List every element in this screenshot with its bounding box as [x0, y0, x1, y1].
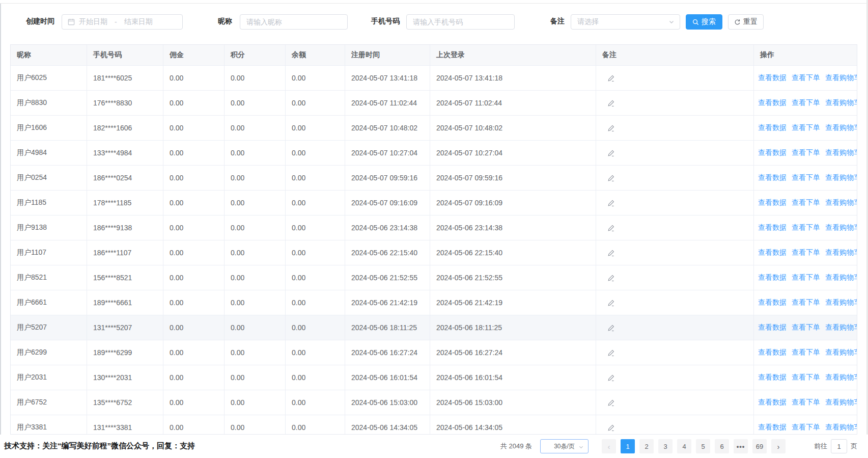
date-range-picker[interactable]: 开始日期 - 结束日期: [62, 14, 183, 30]
edit-remark-icon[interactable]: [607, 99, 615, 107]
view-cart-link[interactable]: 查看购物车: [825, 148, 857, 157]
next-page-button[interactable]: ›: [771, 439, 786, 453]
view-cart-link[interactable]: 查看购物车: [825, 98, 857, 107]
goto-page-input[interactable]: [831, 439, 847, 453]
view-orders-link[interactable]: 查看下单: [792, 98, 820, 107]
bottom-bar: 技术支持：关注“编写美好前程”微信公众号，回复：支持 共 2049 条 30条/…: [0, 435, 868, 458]
page-button-2[interactable]: 2: [639, 439, 654, 453]
cell-phone: 178****1185: [87, 191, 163, 215]
chevron-down-icon: [578, 444, 584, 450]
prev-page-button[interactable]: ‹: [602, 439, 616, 453]
page-button-69[interactable]: 69: [752, 439, 767, 453]
remark-select[interactable]: 请选择: [571, 14, 680, 30]
cell-last-login: 2024-05-07 13:41:18: [430, 66, 596, 90]
view-data-link[interactable]: 查看数据: [758, 148, 787, 157]
view-orders-link[interactable]: 查看下单: [792, 173, 820, 182]
page-button-5[interactable]: 5: [696, 439, 710, 453]
view-data-link[interactable]: 查看数据: [758, 98, 787, 107]
view-orders-link[interactable]: 查看下单: [792, 198, 820, 207]
edit-remark-icon[interactable]: [607, 299, 615, 307]
cell-last-login: 2024-05-06 15:03:00: [430, 390, 596, 415]
page-button-6[interactable]: 6: [715, 439, 729, 453]
view-cart-link[interactable]: 查看购物车: [825, 198, 857, 207]
view-cart-link[interactable]: 查看购物车: [825, 123, 857, 132]
edit-remark-icon[interactable]: [607, 374, 615, 382]
page-button-4[interactable]: 4: [677, 439, 691, 453]
cell-last-login: 2024-05-07 10:48:02: [430, 116, 596, 140]
view-orders-link[interactable]: 查看下单: [792, 423, 820, 432]
view-data-link[interactable]: 查看数据: [758, 73, 787, 83]
view-data-link[interactable]: 查看数据: [758, 173, 787, 182]
view-cart-link[interactable]: 查看购物车: [825, 423, 857, 432]
view-cart-link[interactable]: 查看购物车: [825, 398, 857, 407]
edit-remark-icon[interactable]: [607, 124, 615, 132]
reset-button[interactable]: 重置: [728, 14, 764, 30]
view-orders-link[interactable]: 查看下单: [792, 323, 820, 332]
edit-remark-icon[interactable]: [607, 424, 615, 432]
view-orders-link[interactable]: 查看下单: [792, 398, 820, 407]
view-orders-link[interactable]: 查看下单: [792, 148, 820, 157]
page-button-3[interactable]: 3: [658, 439, 673, 453]
edit-remark-icon[interactable]: [607, 74, 615, 82]
view-orders-link[interactable]: 查看下单: [792, 223, 820, 232]
view-data-link[interactable]: 查看数据: [758, 273, 787, 282]
goto-label: 前往: [814, 442, 827, 451]
view-data-link[interactable]: 查看数据: [758, 423, 787, 432]
view-data-link[interactable]: 查看数据: [758, 298, 787, 307]
view-data-link[interactable]: 查看数据: [758, 348, 787, 357]
view-data-link[interactable]: 查看数据: [758, 223, 787, 232]
view-cart-link[interactable]: 查看购物车: [825, 298, 857, 307]
view-orders-link[interactable]: 查看下单: [792, 73, 820, 83]
view-cart-link[interactable]: 查看购物车: [825, 173, 857, 182]
view-data-link[interactable]: 查看数据: [758, 323, 787, 332]
edit-remark-icon[interactable]: [607, 199, 615, 207]
view-cart-link[interactable]: 查看购物车: [825, 273, 857, 282]
table-row: 用户2031 130****2031 0.00 0.00 0.00 2024-0…: [11, 365, 857, 390]
cell-phone: 176****8830: [87, 91, 163, 115]
view-data-link[interactable]: 查看数据: [758, 398, 787, 407]
view-cart-link[interactable]: 查看购物车: [825, 373, 857, 382]
view-cart-link[interactable]: 查看购物车: [825, 348, 857, 357]
cell-phone: 186****0254: [87, 166, 163, 190]
user-management-page: 创建时间 开始日期 - 结束日期 昵称 手机号码 备注 请选择: [0, 0, 868, 458]
edit-remark-icon[interactable]: [607, 349, 615, 357]
edit-remark-icon[interactable]: [607, 149, 615, 157]
view-orders-link[interactable]: 查看下单: [792, 273, 820, 282]
page-size-select[interactable]: 30条/页: [540, 439, 589, 453]
view-cart-link[interactable]: 查看购物车: [825, 73, 857, 83]
table-row: 用户0254 186****0254 0.00 0.00 0.00 2024-0…: [11, 166, 857, 191]
edit-remark-icon[interactable]: [607, 249, 615, 257]
edit-remark-icon[interactable]: [607, 274, 615, 282]
cell-phone: 186****1107: [87, 240, 163, 265]
view-cart-link[interactable]: 查看购物车: [825, 248, 857, 257]
view-orders-link[interactable]: 查看下单: [792, 298, 820, 307]
view-orders-link[interactable]: 查看下单: [792, 373, 820, 382]
cell-remark: [596, 365, 754, 390]
page-button-1[interactable]: 1: [621, 439, 635, 453]
view-data-link[interactable]: 查看数据: [758, 198, 787, 207]
edit-remark-icon[interactable]: [607, 174, 615, 182]
view-cart-link[interactable]: 查看购物车: [825, 223, 857, 232]
more-pages-button[interactable]: •••: [734, 439, 748, 453]
edit-remark-icon[interactable]: [607, 224, 615, 232]
cell-registered: 2024-05-06 18:11:25: [345, 315, 430, 340]
nickname-input[interactable]: [240, 14, 348, 30]
cell-points: 0.00: [225, 415, 286, 435]
phone-input[interactable]: [406, 14, 515, 30]
search-icon: [692, 19, 699, 25]
cell-last-login: 2024-05-07 09:59:16: [430, 166, 596, 190]
view-data-link[interactable]: 查看数据: [758, 373, 787, 382]
cell-registered: 2024-05-06 15:03:00: [345, 390, 430, 415]
cell-balance: 0.00: [286, 91, 345, 115]
view-orders-link[interactable]: 查看下单: [792, 123, 820, 132]
view-data-link[interactable]: 查看数据: [758, 248, 787, 257]
view-data-link[interactable]: 查看数据: [758, 123, 787, 132]
cell-actions: 查看数据 查看下单 查看购物车: [754, 141, 857, 165]
view-orders-link[interactable]: 查看下单: [792, 348, 820, 357]
view-orders-link[interactable]: 查看下单: [792, 248, 820, 257]
edit-remark-icon[interactable]: [607, 399, 615, 407]
cell-balance: 0.00: [286, 290, 345, 315]
search-button[interactable]: 搜索: [686, 14, 722, 30]
view-cart-link[interactable]: 查看购物车: [825, 323, 857, 332]
edit-remark-icon[interactable]: [607, 324, 615, 332]
